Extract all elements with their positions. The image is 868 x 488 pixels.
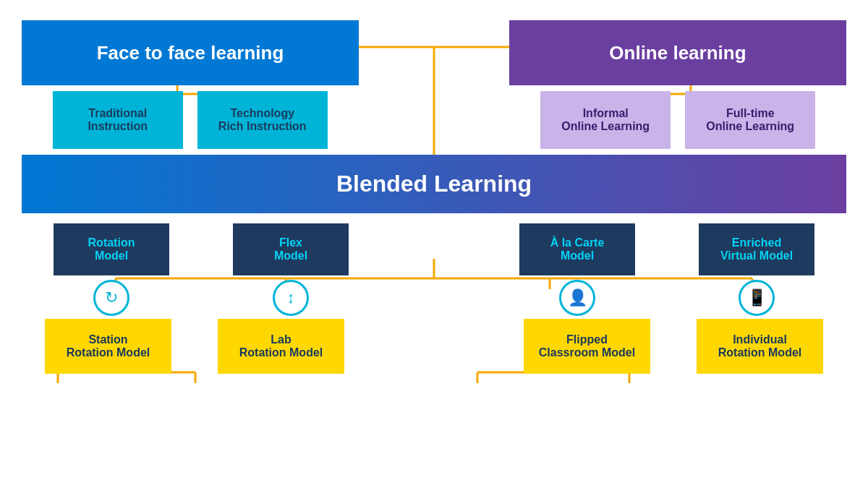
flipped-classroom-box: FlippedClassroom Model (524, 319, 650, 374)
online-subcategories: InformalOnline Learning Full-timeOnline … (510, 91, 847, 149)
rotation-model-label: RotationModel (88, 236, 135, 262)
online-learning-box: Online learning (509, 20, 846, 85)
station-rotation-box: StationRotation Model (45, 319, 171, 374)
informal-online-label: InformalOnline Learning (561, 107, 650, 133)
enriched-icon: 📱 (739, 280, 775, 316)
alacarte-model-group: À la CarteModel 👤 (519, 223, 635, 316)
face-to-face-label: Face to face learning (97, 42, 284, 64)
tech-rich-label: TechnologyRich Instruction (218, 107, 307, 133)
flex-model-box: FlexModel (233, 223, 349, 275)
alacarte-model-box: À la CarteModel (519, 223, 635, 275)
diagram: Face to face learning Online learning Tr… (0, 0, 868, 488)
bottom-row: StationRotation Model LabRotation Model … (22, 319, 846, 374)
face-to-face-box: Face to face learning (22, 20, 359, 85)
traditional-instruction-box: TraditionalInstruction (53, 91, 183, 149)
traditional-instruction-label: TraditionalInstruction (88, 107, 148, 133)
top-row: Face to face learning Online learning (22, 20, 846, 85)
enriched-virtual-label: EnrichedVirtual Model (720, 236, 793, 262)
online-learning-label: Online learning (609, 42, 746, 64)
blended-learning-label: Blended Learning (336, 171, 532, 197)
models-row: RotationModel ↻ FlexModel ↕ À la CarteMo… (22, 223, 846, 316)
alacarte-icon: 👤 (559, 280, 595, 316)
face-subcategories: TraditionalInstruction TechnologyRich In… (22, 91, 359, 149)
individual-rotation-label: IndividualRotation Model (718, 333, 802, 359)
rotation-icon: ↻ (93, 280, 129, 316)
fulltime-online-box: Full-timeOnline Learning (685, 91, 815, 149)
station-rotation-label: StationRotation Model (67, 333, 150, 359)
blended-learning-bar: Blended Learning (22, 155, 846, 213)
informal-online-box: InformalOnline Learning (540, 91, 671, 149)
second-row: TraditionalInstruction TechnologyRich In… (22, 91, 846, 149)
flex-model-label: FlexModel (274, 236, 307, 262)
lab-rotation-box: LabRotation Model (218, 319, 344, 374)
alacarte-model-label: À la CarteModel (550, 236, 605, 262)
lab-rotation-label: LabRotation Model (239, 333, 323, 359)
flex-icon: ↕ (273, 280, 309, 316)
rotation-model-box: RotationModel (54, 223, 169, 275)
enriched-virtual-group: EnrichedVirtual Model 📱 (699, 223, 814, 316)
individual-rotation-box: IndividualRotation Model (697, 319, 823, 374)
fulltime-online-label: Full-timeOnline Learning (706, 107, 794, 133)
enriched-virtual-box: EnrichedVirtual Model (699, 223, 814, 275)
flex-model-group: FlexModel ↕ (233, 223, 349, 316)
tech-rich-box: TechnologyRich Instruction (197, 91, 328, 149)
flipped-classroom-label: FlippedClassroom Model (539, 333, 635, 359)
rotation-model-group: RotationModel ↻ (54, 223, 169, 316)
